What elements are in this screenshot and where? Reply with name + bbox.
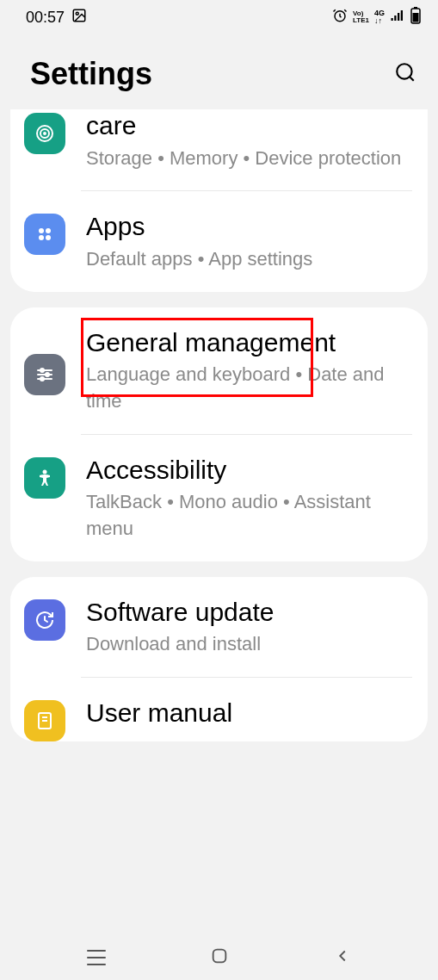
nav-back-button[interactable] bbox=[333, 946, 352, 969]
item-content: User manual bbox=[86, 697, 412, 733]
user-manual-icon bbox=[24, 700, 65, 741]
status-left: 00:57 bbox=[26, 8, 87, 28]
apps-icon bbox=[24, 214, 65, 255]
data-icon: 4G↓↑ bbox=[374, 9, 385, 25]
status-time: 00:57 bbox=[26, 9, 65, 27]
list-item-device-care[interactable]: care Storage • Memory • Device protectio… bbox=[10, 109, 428, 190]
item-title: Software update bbox=[86, 596, 412, 629]
page-title: Settings bbox=[30, 56, 152, 92]
settings-card: General management Language and keyboard… bbox=[10, 307, 428, 561]
software-update-icon bbox=[24, 599, 65, 641]
item-content: Software update Download and install bbox=[86, 596, 412, 658]
general-management-icon bbox=[24, 354, 65, 395]
highlight-box bbox=[81, 318, 313, 397]
svg-point-16 bbox=[46, 228, 51, 233]
item-content: Accessibility TalkBack • Mono audio • As… bbox=[86, 454, 412, 543]
item-title: Apps bbox=[86, 210, 412, 243]
item-subtitle: Storage • Memory • Device protection bbox=[86, 146, 412, 172]
svg-point-10 bbox=[397, 64, 411, 78]
nav-recents-button[interactable] bbox=[87, 950, 106, 965]
settings-card: Software update Download and install Use… bbox=[10, 577, 428, 741]
item-content: care Storage • Memory • Device protectio… bbox=[86, 109, 412, 171]
svg-rect-8 bbox=[414, 7, 417, 9]
svg-point-18 bbox=[46, 235, 51, 240]
image-icon bbox=[71, 8, 87, 28]
alarm-icon bbox=[332, 8, 348, 28]
nav-home-button[interactable] bbox=[210, 946, 229, 969]
svg-point-15 bbox=[39, 228, 44, 233]
svg-point-24 bbox=[40, 377, 44, 381]
list-item-apps[interactable]: Apps Default apps • App settings bbox=[10, 191, 428, 291]
signal-icon bbox=[390, 8, 405, 28]
svg-point-20 bbox=[40, 369, 44, 372]
item-title: Accessibility bbox=[86, 454, 412, 487]
status-bar: 00:57 Vo)LTE1 4G↓↑ bbox=[0, 0, 438, 34]
svg-point-14 bbox=[44, 133, 46, 134]
list-item-accessibility[interactable]: Accessibility TalkBack • Mono audio • As… bbox=[10, 435, 428, 561]
content: care Storage • Memory • Device protectio… bbox=[0, 109, 438, 980]
svg-line-11 bbox=[410, 77, 413, 80]
item-title: care bbox=[86, 109, 412, 142]
svg-point-17 bbox=[39, 235, 44, 240]
svg-rect-29 bbox=[213, 950, 225, 963]
battery-icon bbox=[410, 7, 421, 28]
device-care-icon bbox=[24, 113, 65, 154]
status-right: Vo)LTE1 4G↓↑ bbox=[332, 7, 421, 28]
svg-rect-5 bbox=[398, 13, 399, 21]
settings-card: care Storage • Memory • Device protectio… bbox=[10, 109, 428, 292]
svg-point-22 bbox=[46, 373, 49, 376]
home-icon bbox=[210, 946, 229, 965]
back-icon bbox=[333, 946, 352, 965]
header: Settings bbox=[0, 34, 438, 109]
item-content: Apps Default apps • App settings bbox=[86, 210, 412, 272]
item-subtitle: Default apps • App settings bbox=[86, 246, 412, 273]
item-subtitle: Download and install bbox=[86, 631, 412, 658]
list-item-software-update[interactable]: Software update Download and install bbox=[10, 577, 428, 677]
item-title: User manual bbox=[86, 697, 412, 729]
nav-bar bbox=[0, 935, 438, 980]
search-button[interactable] bbox=[394, 61, 416, 87]
volte-icon: Vo)LTE1 bbox=[353, 10, 369, 24]
svg-rect-4 bbox=[394, 16, 396, 21]
list-item-user-manual[interactable]: User manual bbox=[10, 678, 428, 741]
svg-rect-9 bbox=[413, 13, 419, 22]
svg-rect-6 bbox=[401, 10, 403, 21]
accessibility-icon bbox=[24, 457, 65, 499]
recents-icon bbox=[87, 950, 106, 965]
svg-point-1 bbox=[76, 12, 78, 15]
list-item-general-management[interactable]: General management Language and keyboard… bbox=[10, 307, 428, 434]
svg-rect-3 bbox=[392, 18, 393, 21]
svg-point-25 bbox=[43, 469, 47, 474]
item-subtitle: TalkBack • Mono audio • Assistant menu bbox=[86, 489, 412, 543]
search-icon bbox=[394, 61, 416, 84]
